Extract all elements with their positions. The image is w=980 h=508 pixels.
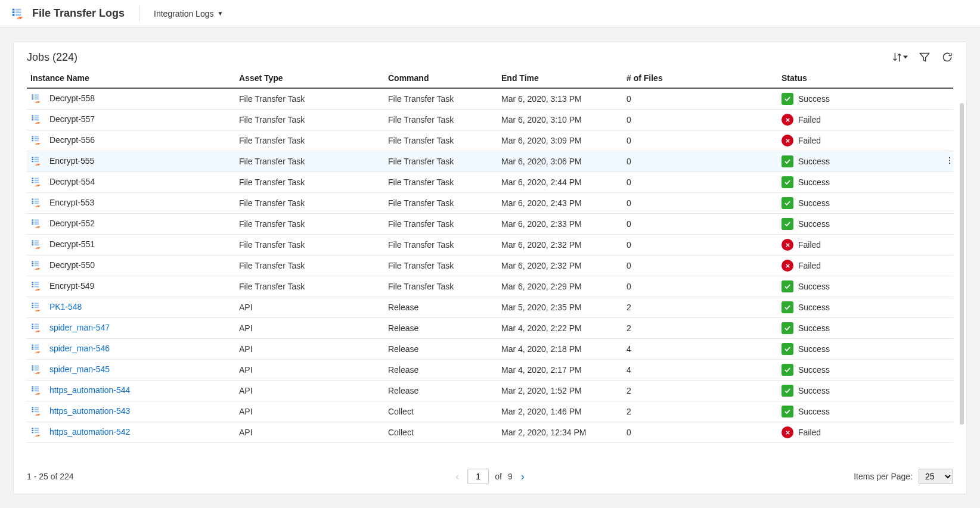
items-per-page-label: Items per Page:	[854, 472, 913, 481]
instance-name[interactable]: https_automation-543	[49, 406, 130, 416]
cell-command: File Transfer Task	[384, 193, 498, 214]
svg-rect-84	[35, 345, 39, 346]
table-row[interactable]: Decrypt-557 File Transfer Task File Tran…	[27, 110, 953, 130]
table-row[interactable]: Encrypt-549 File Transfer Task File Tran…	[27, 276, 953, 297]
cell-end-time: Mar 6, 2020, 3:06 PM	[498, 151, 623, 172]
col-header-asset-type[interactable]: Asset Type	[235, 68, 384, 88]
svg-rect-86	[35, 348, 39, 350]
row-actions-button[interactable]	[945, 156, 953, 167]
svg-rect-79	[35, 326, 39, 327]
table-row[interactable]: https_automation-543 API Collect Mar 2, …	[27, 401, 953, 422]
status-label: Failed	[798, 428, 821, 437]
svg-rect-74	[35, 307, 39, 308]
col-header-files[interactable]: # of Files	[623, 68, 778, 88]
svg-rect-107	[32, 432, 34, 433]
cell-instance: Decrypt-550	[27, 255, 235, 276]
page-title: File Transfer Logs	[32, 7, 125, 20]
svg-rect-1	[13, 11, 15, 13]
cell-files: 4	[623, 360, 778, 381]
table-row[interactable]: Decrypt-550 File Transfer Task File Tran…	[27, 255, 953, 276]
cell-files: 0	[623, 422, 778, 443]
instance-name[interactable]: PK1-548	[49, 302, 82, 311]
cell-instance: Decrypt-551	[27, 235, 235, 255]
svg-rect-10	[35, 96, 39, 98]
table-row[interactable]: Encrypt-555 File Transfer Task File Tran…	[27, 151, 953, 172]
cell-files: 0	[623, 276, 778, 297]
svg-rect-22	[35, 138, 39, 139]
instance-name[interactable]: spider_man-546	[49, 344, 110, 353]
cell-instance: Encrypt-555	[27, 151, 235, 172]
cell-command: Release	[384, 339, 498, 360]
logs-type-dropdown[interactable]: Integration Logs ▼	[154, 9, 223, 18]
table-row[interactable]: spider_man-547 API Release Mar 4, 2020, …	[27, 318, 953, 339]
instance-name[interactable]: spider_man-545	[49, 364, 110, 374]
cell-instance: https_automation-543	[27, 401, 235, 422]
svg-rect-48	[35, 220, 39, 221]
prev-page-button[interactable]: ‹	[453, 470, 461, 483]
col-header-instance[interactable]: Instance Name	[27, 68, 235, 88]
table-row[interactable]: Decrypt-552 File Transfer Task File Tran…	[27, 214, 953, 235]
table-scrollbar[interactable]	[960, 103, 964, 425]
col-header-command[interactable]: Command	[384, 68, 498, 88]
refresh-button[interactable]	[941, 51, 953, 63]
cell-files: 0	[623, 130, 778, 151]
cell-end-time: Mar 5, 2020, 2:35 PM	[498, 297, 623, 318]
table-row[interactable]: PK1-548 API Release Mar 5, 2020, 2:35 PM…	[27, 297, 953, 318]
row-icon	[30, 176, 42, 188]
cell-instance: https_automation-542	[27, 422, 235, 443]
table-row[interactable]: Decrypt-556 File Transfer Task File Tran…	[27, 130, 953, 151]
instance-name[interactable]: https_automation-542	[49, 427, 130, 437]
filter-button[interactable]	[919, 51, 931, 63]
svg-rect-66	[35, 282, 39, 283]
top-bar: File Transfer Logs Integration Logs ▼	[0, 0, 980, 27]
row-icon	[30, 114, 42, 126]
row-icon	[30, 322, 42, 334]
table-row[interactable]: https_automation-544 API Release Mar 2, …	[27, 381, 953, 401]
cell-asset-type: API	[235, 339, 384, 360]
svg-rect-92	[35, 369, 39, 370]
svg-rect-5	[15, 14, 21, 15]
cell-asset-type: API	[235, 318, 384, 339]
svg-rect-23	[35, 140, 39, 141]
cell-status: Success	[778, 172, 953, 193]
svg-rect-4	[15, 11, 21, 13]
pager: 1 - 25 of 224 ‹ of 9 › Items per Page: 1…	[14, 460, 966, 494]
status-label: Success	[798, 386, 830, 395]
instance-name: Decrypt-557	[49, 114, 95, 124]
cell-asset-type: File Transfer Task	[235, 130, 384, 151]
cell-end-time: Mar 6, 2020, 2:43 PM	[498, 193, 623, 214]
dropdown-label: Integration Logs	[154, 9, 213, 18]
row-icon	[30, 426, 42, 438]
table-row[interactable]: spider_man-546 API Release Mar 4, 2020, …	[27, 339, 953, 360]
table-row[interactable]: Decrypt-558 File Transfer Task File Tran…	[27, 88, 953, 110]
svg-rect-7	[32, 96, 34, 98]
svg-rect-106	[32, 430, 34, 431]
cell-end-time: Mar 2, 2020, 1:52 PM	[498, 381, 623, 401]
col-header-end-time[interactable]: End Time	[498, 68, 623, 88]
table-row[interactable]: Encrypt-553 File Transfer Task File Tran…	[27, 193, 953, 214]
col-header-status[interactable]: Status	[778, 68, 953, 88]
next-page-button[interactable]: ›	[519, 470, 527, 483]
svg-rect-88	[32, 367, 34, 369]
instance-name[interactable]: https_automation-544	[49, 385, 130, 395]
svg-rect-3	[15, 8, 21, 10]
svg-rect-94	[32, 388, 34, 389]
cell-command: Release	[384, 360, 498, 381]
svg-rect-6	[32, 95, 34, 96]
cell-instance: Decrypt-552	[27, 214, 235, 235]
svg-rect-19	[32, 138, 34, 139]
pager-range: 1 - 25 of 224	[27, 472, 74, 481]
svg-rect-33	[32, 178, 34, 179]
page-input[interactable]	[467, 469, 489, 484]
table-row[interactable]: Decrypt-554 File Transfer Task File Tran…	[27, 172, 953, 193]
cell-asset-type: File Transfer Task	[235, 255, 384, 276]
table-row[interactable]: spider_man-545 API Release Mar 4, 2020, …	[27, 360, 953, 381]
svg-rect-102	[35, 407, 39, 409]
sort-button[interactable]	[891, 51, 908, 64]
cell-status: Success	[778, 88, 953, 110]
table-row[interactable]: https_automation-542 API Collect Mar 2, …	[27, 422, 953, 443]
instance-name: Decrypt-551	[49, 239, 95, 249]
items-per-page-select[interactable]: 102550100	[919, 469, 953, 484]
table-row[interactable]: Decrypt-551 File Transfer Task File Tran…	[27, 235, 953, 255]
instance-name[interactable]: spider_man-547	[49, 323, 110, 332]
